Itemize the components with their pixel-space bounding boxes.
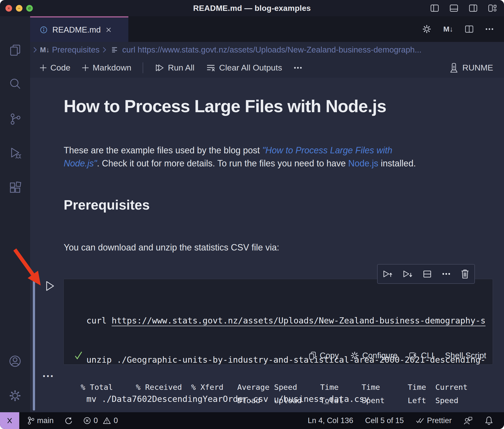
blog-post-link[interactable]: Node.js" (64, 158, 97, 168)
minimize-icon (18, 7, 21, 10)
markdown-export-icon[interactable]: M↓ (443, 25, 453, 33)
cli-button[interactable]: CLI (409, 351, 434, 360)
title-bar: README.md — blog-examples (0, 0, 504, 16)
annotation-arrow (7, 240, 49, 290)
clear-all-outputs-button[interactable]: Clear All Outputs (206, 63, 282, 72)
blog-post-link[interactable]: "How to Process Large Files with (262, 145, 392, 155)
nodejs-link[interactable]: Node.js (348, 158, 378, 168)
success-check-icon (74, 351, 83, 360)
status-bar: main 0 0 Ln 4, Col 136 Cell 5 of 15 Pret… (0, 412, 504, 429)
runme-button[interactable]: RUNME (449, 62, 504, 73)
cell-position[interactable]: Cell 5 of 15 (365, 416, 404, 425)
settings-gear-icon[interactable] (8, 389, 22, 402)
warning-count: 0 (114, 416, 118, 425)
plus-icon (82, 64, 89, 72)
explorer-icon[interactable] (8, 43, 22, 57)
cli-label: CLI (421, 351, 434, 360)
tab-readme[interactable]: README.md (30, 16, 128, 42)
close-icon (7, 7, 10, 10)
execute-below-icon[interactable] (402, 269, 413, 279)
breadcrumb: M↓ Prerequisites curl https://www.stats.… (30, 42, 504, 58)
status-bar-right: Ln 4, Col 136 Cell 5 of 15 Prettier (308, 416, 504, 425)
customize-layout-icon[interactable] (488, 4, 497, 12)
code-text: curl (86, 316, 112, 325)
add-markdown-cell-button[interactable]: Markdown (82, 63, 131, 72)
warning-icon (103, 417, 111, 425)
editor-settings-gear-icon[interactable] (422, 24, 431, 34)
runme-label: RUNME (462, 63, 493, 72)
cell-output: % Total % Received % Xferd Average Speed… (48, 380, 481, 412)
cell-status-bar: Copy Configure CLI Shell Script (64, 348, 493, 363)
breadcrumb-item-section[interactable]: Prerequisites (52, 45, 100, 54)
copy-label: Copy (320, 351, 339, 360)
breadcrumb-item-cell[interactable]: curl https://www.stats.govt.nz/assets/Up… (122, 45, 421, 54)
execute-above-icon[interactable] (382, 269, 393, 279)
sync-icon[interactable] (64, 416, 73, 425)
cli-icon (409, 351, 418, 360)
error-icon (83, 417, 91, 425)
error-count: 0 (94, 416, 98, 425)
configure-button[interactable]: Configure (350, 351, 398, 360)
code-url[interactable]: https://www.stats.govt.nz/assets/Uploads… (112, 316, 485, 325)
delete-cell-icon[interactable] (460, 269, 470, 279)
close-window-button[interactable] (5, 5, 12, 12)
toolbar-more-icon[interactable] (293, 66, 302, 69)
cell-more-icon[interactable] (442, 272, 451, 275)
chevron-right-icon (33, 46, 38, 54)
output-collapsed-indicator[interactable]: ... (42, 368, 54, 378)
run-all-button[interactable]: Run All (155, 63, 194, 72)
tab-label: README.md (52, 25, 101, 35)
output-header-line: % Total % Received % Xferd Average Speed… (48, 383, 467, 392)
toggle-panel-icon[interactable] (450, 4, 458, 12)
cell-focus-indicator (33, 279, 35, 411)
split-editor-icon[interactable] (465, 25, 473, 33)
copy-button[interactable]: Copy (308, 351, 339, 360)
zoom-window-button[interactable] (26, 5, 33, 12)
shell-script-label[interactable]: Shell Script (445, 351, 486, 360)
plus-icon (39, 64, 47, 72)
formatter-indicator[interactable]: Prettier (416, 416, 452, 425)
cell-status-actions: Copy Configure CLI Shell Script (308, 351, 486, 360)
search-icon[interactable] (8, 77, 22, 90)
add-code-label: Code (50, 63, 70, 72)
feedback-icon[interactable] (464, 416, 473, 425)
remote-indicator[interactable] (0, 412, 19, 429)
page-title: How to Process Large Files with Node.js (64, 96, 386, 116)
layout-controls (430, 0, 497, 16)
extensions-icon[interactable] (8, 181, 22, 194)
copy-icon (308, 351, 317, 360)
source-control-icon[interactable] (8, 112, 22, 126)
add-markdown-label: Markdown (93, 63, 131, 72)
markdown-cell-badge-icon: M↓ (40, 46, 50, 54)
add-code-cell-button[interactable]: Code (39, 63, 70, 72)
intro-paragraph: These are the example files used by the … (64, 144, 504, 170)
minimize-window-button[interactable] (16, 5, 22, 12)
code-cell[interactable]: curl https://www.stats.govt.nz/assets/Up… (63, 279, 493, 365)
info-icon (40, 26, 47, 34)
section-heading-prerequisites: Prerequisites (64, 197, 150, 213)
fullscreen-icon (28, 6, 31, 10)
run-and-debug-icon[interactable] (8, 146, 22, 159)
paragraph-text: installed. (378, 158, 416, 168)
toggle-secondary-sidebar-icon[interactable] (469, 4, 477, 12)
code-cell-list-icon (110, 46, 119, 54)
run-all-icon (155, 63, 164, 72)
status-bar-left: main 0 0 (19, 416, 118, 425)
branch-label: main (37, 416, 54, 425)
toggle-primary-sidebar-icon[interactable] (430, 4, 439, 12)
configure-gear-icon (350, 351, 359, 360)
cursor-position[interactable]: Ln 4, Col 136 (308, 416, 353, 425)
problems-indicator[interactable]: 0 0 (83, 416, 118, 425)
branch-indicator[interactable]: main (27, 416, 54, 425)
account-icon[interactable] (8, 355, 22, 368)
clear-outputs-icon (206, 63, 216, 72)
split-cell-icon[interactable] (422, 269, 432, 279)
double-check-icon (416, 417, 425, 424)
clear-all-label: Clear All Outputs (219, 63, 282, 72)
code-line: curl https://www.stats.govt.nz/assets/Up… (86, 314, 492, 327)
more-actions-icon[interactable] (485, 28, 494, 31)
notebook-toolbar: Code Markdown Run All Clear All Outputs … (30, 58, 504, 78)
close-tab-icon[interactable] (106, 27, 112, 33)
remote-icon (5, 416, 14, 425)
notifications-bell-icon[interactable] (485, 416, 493, 425)
